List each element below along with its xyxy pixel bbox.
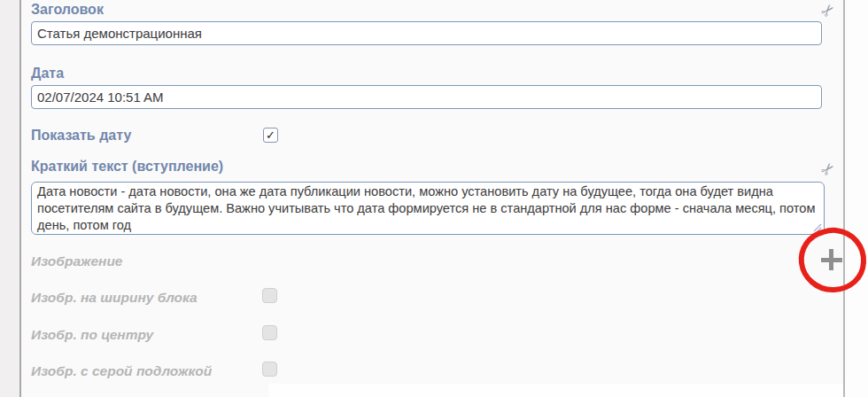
checkmark-icon: ✓ — [266, 128, 275, 142]
show-date-checkbox[interactable]: ✓ — [263, 128, 278, 143]
page-left-margin — [0, 0, 19, 397]
add-image-button[interactable] — [820, 248, 843, 271]
cms-article-form: Заголовок ✂ Дата Показать дату ✓ Краткий… — [0, 0, 868, 397]
image-label: Изображение — [31, 253, 123, 269]
cut-field-icon[interactable]: ✂ — [817, 158, 840, 180]
title-label: Заголовок — [31, 2, 104, 17]
image-fullwidth-checkbox — [262, 288, 277, 303]
image-fullwidth-label: Изобр. на ширину блока — [31, 290, 198, 305]
form-left-border — [19, 0, 21, 397]
cut-field-icon[interactable]: ✂ — [817, 0, 840, 21]
intro-textarea[interactable]: Дата новости - дата новости, она же дата… — [31, 182, 825, 235]
intro-label: Краткий текст (вступление) — [31, 159, 223, 174]
image-center-checkbox — [262, 325, 277, 340]
image-graybg-label: Изобр. с серой подложкой — [31, 363, 212, 378]
date-input[interactable] — [31, 85, 822, 109]
image-center-label: Изобр. по центру — [31, 327, 153, 342]
plus-icon — [829, 249, 833, 270]
show-date-label: Показать дату — [31, 128, 131, 143]
title-input[interactable] — [31, 21, 822, 45]
page-right-margin — [845, 0, 868, 397]
image-graybg-checkbox — [262, 362, 277, 377]
date-label: Дата — [31, 66, 64, 81]
next-section-area — [268, 384, 843, 397]
textarea-resize-handle[interactable] — [813, 223, 822, 232]
